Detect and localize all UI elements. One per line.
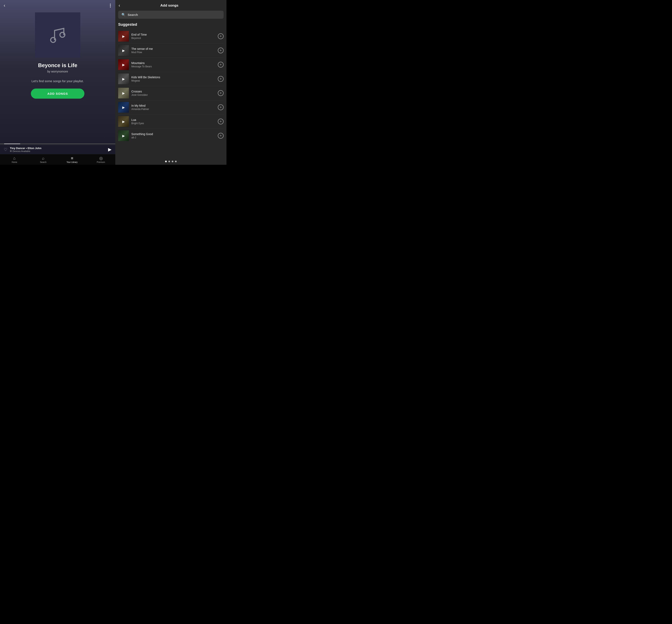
song-thumb-crosses: ▶ — [118, 88, 129, 99]
add-song-button-crosses[interactable]: + — [218, 90, 223, 96]
song-artist-lua: Bright Eyes — [131, 122, 215, 125]
song-name-sense-of-me: The sense of me — [131, 47, 215, 50]
search-icon: ⌕ — [42, 156, 45, 161]
left-panel: ‹ Beyonce is Life by worrynomore Let's f… — [0, 0, 115, 165]
play-overlay-in-my-mind[interactable]: ▶ — [118, 102, 129, 113]
songs-list: Suggested ▶ End of Time Beyoncé + ▶ The … — [115, 22, 226, 158]
right-header: ‹ Add songs — [115, 0, 226, 11]
song-name-crosses: Crosses — [131, 90, 215, 93]
song-thumb-mountains: ▶ — [118, 59, 129, 70]
suggested-label: Suggested — [118, 22, 223, 27]
song-item-crosses: ▶ Crosses José González + — [118, 86, 223, 100]
song-item-end-of-time: ▶ End of Time Beyoncé + — [118, 29, 223, 44]
search-bar[interactable]: 🔍 Search — [118, 11, 223, 19]
song-name-kids-skeletons: Kids Will Be Skeletons — [131, 76, 215, 79]
song-thumb-something-good: ▶ — [118, 130, 129, 141]
song-thumb-sense-of-me: ▶ — [118, 45, 129, 56]
premium-icon: ◎ — [99, 156, 103, 161]
nav-library-label: Your Library — [66, 161, 78, 163]
nav-library[interactable]: ≡ Your Library — [58, 156, 86, 163]
like-button[interactable]: ♡ — [4, 147, 7, 152]
song-artist-something-good: alt-J — [131, 136, 215, 139]
songs-container: ▶ End of Time Beyoncé + ▶ The sense of m… — [118, 29, 223, 143]
add-song-button-lua[interactable]: + — [218, 119, 223, 124]
add-songs-title: Add songs — [123, 3, 216, 8]
song-artist-sense-of-me: Mud Flow — [131, 51, 215, 54]
home-icon: ⌂ — [13, 156, 16, 161]
song-item-something-good: ▶ Something Good alt-J + — [118, 129, 223, 143]
left-header: ‹ — [0, 0, 115, 10]
song-info-crosses: Crosses José González — [131, 90, 215, 96]
play-overlay-mountains[interactable]: ▶ — [118, 59, 129, 70]
song-info-mountains: Mountains Message To Bears — [131, 61, 215, 68]
more-button[interactable] — [109, 3, 112, 8]
now-playing-title: Tiny Dancer • Elton John — [10, 147, 42, 150]
bottom-nav: ⌂ Home ⌕ Search ≡ Your Library ◎ Premium — [0, 154, 115, 165]
song-artist-kids-skeletons: Mogwai — [131, 79, 215, 82]
nav-search-label: Search — [40, 161, 47, 163]
song-thumb-end-of-time: ▶ — [118, 31, 129, 42]
page-dot-1[interactable] — [165, 161, 167, 162]
search-icon: 🔍 — [122, 13, 126, 17]
play-overlay-crosses[interactable]: ▶ — [118, 88, 129, 99]
song-thumb-in-my-mind: ▶ — [118, 102, 129, 113]
progress-bar-area — [0, 144, 115, 144]
song-name-end-of-time: End of Time — [131, 33, 215, 36]
add-song-button-something-good[interactable]: + — [218, 133, 223, 138]
song-info-lua: Lua Bright Eyes — [131, 118, 215, 125]
song-name-something-good: Something Good — [131, 132, 215, 136]
play-overlay-sense-of-me[interactable]: ▶ — [118, 45, 129, 56]
add-song-button-kids-skeletons[interactable]: + — [218, 76, 223, 82]
music-note-icon — [47, 24, 68, 46]
play-overlay-end-of-time[interactable]: ▶ — [118, 31, 129, 42]
play-overlay-kids-skeletons[interactable]: ▶ — [118, 74, 129, 84]
page-dot-2[interactable] — [168, 161, 170, 162]
nav-premium-label: Premium — [97, 161, 105, 163]
song-info-in-my-mind: In My Mind Amanda Palmer — [131, 104, 215, 111]
progress-bar-fill — [4, 144, 20, 144]
now-playing-bar: ♡ Tiny Dancer • Elton John ⊞ Devices Ava… — [0, 145, 115, 154]
nav-search[interactable]: ⌕ Search — [29, 156, 58, 163]
song-artist-crosses: José González — [131, 94, 215, 96]
add-song-button-in-my-mind[interactable]: + — [218, 104, 223, 110]
song-thumb-kids-skeletons: ▶ — [118, 74, 129, 84]
song-item-in-my-mind: ▶ In My Mind Amanda Palmer + — [118, 100, 223, 114]
song-info-something-good: Something Good alt-J — [131, 132, 215, 139]
playlist-author: by worrynomore — [0, 70, 115, 73]
now-playing-left: ♡ Tiny Dancer • Elton John ⊞ Devices Ava… — [4, 147, 42, 152]
back-button[interactable]: ‹ — [4, 3, 5, 8]
page-dot-3[interactable] — [172, 161, 173, 162]
nav-home-label: Home — [12, 161, 17, 163]
search-placeholder: Search — [128, 13, 138, 17]
song-item-kids-skeletons: ▶ Kids Will Be Skeletons Mogwai + — [118, 72, 223, 86]
add-song-button-sense-of-me[interactable]: + — [218, 48, 223, 53]
song-name-lua: Lua — [131, 118, 215, 122]
play-overlay-something-good[interactable]: ▶ — [118, 130, 129, 141]
playlist-title: Beyonce is Life — [0, 62, 115, 69]
add-song-button-mountains[interactable]: + — [218, 62, 223, 68]
page-dots — [115, 158, 226, 165]
nav-premium[interactable]: ◎ Premium — [86, 156, 115, 163]
play-overlay-lua[interactable]: ▶ — [118, 116, 129, 127]
add-songs-button[interactable]: ADD SONGS — [31, 88, 84, 99]
song-artist-mountains: Message To Bears — [131, 65, 215, 68]
song-thumb-lua: ▶ — [118, 116, 129, 127]
song-item-sense-of-me: ▶ The sense of me Mud Flow + — [118, 44, 223, 58]
add-songs-back-button[interactable]: ‹ — [118, 3, 120, 8]
now-playing-info: Tiny Dancer • Elton John ⊞ Devices Avail… — [10, 147, 42, 152]
song-name-in-my-mind: In My Mind — [131, 104, 215, 107]
song-info-kids-skeletons: Kids Will Be Skeletons Mogwai — [131, 76, 215, 82]
device-icon: ⊞ — [10, 150, 12, 152]
play-pause-button[interactable]: ▶ — [108, 147, 112, 152]
song-info-sense-of-me: The sense of me Mud Flow — [131, 47, 215, 54]
page-dot-4[interactable] — [175, 161, 177, 162]
playlist-cover — [35, 12, 80, 58]
library-icon: ≡ — [71, 156, 73, 161]
song-info-end-of-time: End of Time Beyoncé — [131, 33, 215, 40]
add-song-button-end-of-time[interactable]: + — [218, 33, 223, 39]
song-artist-end-of-time: Beyoncé — [131, 37, 215, 40]
nav-home[interactable]: ⌂ Home — [0, 156, 29, 163]
empty-message: Let's find some songs for your playlist. — [0, 79, 115, 83]
right-panel: ‹ Add songs 🔍 Search Suggested ▶ End of … — [115, 0, 226, 165]
song-artist-in-my-mind: Amanda Palmer — [131, 108, 215, 111]
